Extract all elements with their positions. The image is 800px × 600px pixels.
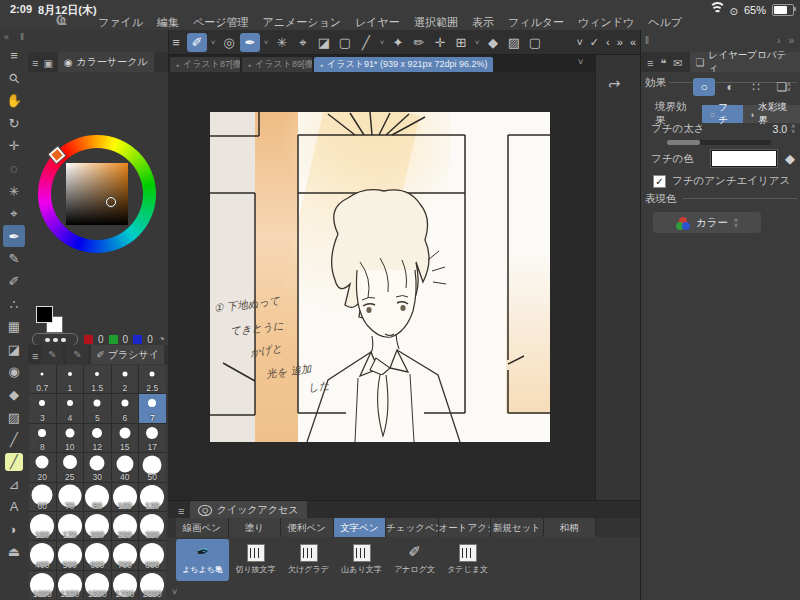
set-tab[interactable]: チェックペン — [386, 518, 439, 537]
tab-layer-property[interactable]: レイヤープロパティ — [690, 52, 800, 72]
brush-size-cell[interactable]: 250 — [112, 512, 139, 540]
color-wheel[interactable] — [38, 135, 156, 253]
brush-size-cell[interactable]: 0.7 — [29, 365, 56, 393]
frame-tool[interactable]: ⏏ — [3, 540, 25, 563]
collapse-arrows[interactable]: « — [630, 36, 636, 48]
selection-tool[interactable]: ▢ — [335, 33, 355, 52]
brush-size-cell[interactable]: 300 — [139, 512, 166, 540]
brush-size-cell[interactable]: 60 — [29, 483, 56, 511]
saturation-value-box[interactable] — [66, 163, 128, 225]
subtool-yochiyochi-kame[interactable]: よちよち亀 — [176, 539, 229, 581]
brush-size-cell[interactable]: 12 — [84, 424, 111, 452]
menu-item[interactable]: レイヤー — [355, 15, 400, 30]
brush-size-cell[interactable]: 1700 — [112, 571, 139, 599]
canvas-artwork[interactable]: ① 下地ぬっててきとうにかげと光を 追加した — [210, 112, 550, 442]
brush-size-cell[interactable]: 70 — [57, 483, 84, 511]
antialias-checkbox[interactable]: ✓ — [653, 175, 666, 188]
brush-size-cell[interactable]: 4 — [57, 394, 84, 422]
gesture-guide-icon[interactable] — [608, 75, 621, 93]
decoration-tool[interactable]: ▦ — [3, 315, 25, 338]
brush-size-cell[interactable]: 80 — [84, 483, 111, 511]
border-color-swatch[interactable] — [711, 150, 777, 167]
gradient-tool[interactable]: ▨ — [3, 406, 25, 429]
panel-menu-icon[interactable] — [32, 53, 38, 71]
pen-tool[interactable]: ✒ — [3, 225, 25, 248]
brush-size-cell[interactable]: 7 — [139, 394, 166, 422]
set-tab[interactable]: 和柄 — [544, 518, 597, 537]
brush-size-cell[interactable]: 400 — [29, 541, 56, 569]
line-tool-chevron[interactable]: ˅ — [377, 33, 387, 52]
subtool-yamaari-moji[interactable]: 山あり文字 — [335, 539, 388, 581]
border-button[interactable]: フチ — [702, 105, 743, 123]
document-tab[interactable]: イラスト89[復 — [242, 57, 312, 72]
move-layer-tool[interactable]: ✛ — [3, 134, 25, 157]
mail-icon[interactable] — [673, 53, 682, 71]
brush-size-cell[interactable]: 500 — [57, 541, 84, 569]
menu-item[interactable]: 編集 — [157, 15, 179, 30]
menu-item[interactable]: 表示 — [472, 15, 494, 30]
brush-size-cell[interactable]: 40 — [112, 453, 139, 481]
brush-size-cell[interactable]: 50 — [139, 453, 166, 481]
brush-size-cell[interactable]: 6 — [112, 394, 139, 422]
figure-tool[interactable]: ╱ — [5, 453, 23, 471]
foreground-color-swatch[interactable] — [36, 306, 53, 323]
brush-size-cell[interactable]: 2.5 — [139, 365, 166, 393]
pencil-tool[interactable]: ✎ — [3, 247, 25, 270]
set-tab[interactable]: 文字ペン — [334, 518, 387, 537]
brush-size-cell[interactable]: 15 — [112, 424, 139, 452]
airbrush-tool[interactable]: ∴ — [3, 293, 25, 316]
lasso-tool[interactable]: ◌ — [3, 157, 25, 180]
brush-size-cell[interactable]: 30 — [84, 453, 111, 481]
panel-menu-icon[interactable] — [178, 501, 184, 519]
tab-color-circle[interactable]: カラーサークル — [58, 52, 154, 72]
rotate-canvas-tool[interactable]: ↻ — [3, 112, 25, 135]
eraser-tool[interactable]: ◪ — [3, 338, 25, 361]
panel-menu-icon[interactable] — [32, 346, 38, 364]
spark-pen-tool[interactable]: ✳ — [272, 33, 292, 52]
object-tool[interactable]: ✐ — [187, 33, 207, 52]
paint-bucket-icon[interactable] — [785, 151, 795, 166]
panel-grip-icon[interactable]: ‖ — [645, 35, 649, 46]
clip-studio-logo-icon[interactable]: Ҩ — [56, 11, 67, 28]
menu-item[interactable]: 選択範囲 — [414, 15, 458, 30]
subtool-kake-gradient[interactable]: 欠けグラデ — [282, 539, 335, 581]
pen-tool[interactable]: ✒ — [240, 33, 260, 52]
menu-item[interactable]: アニメーション — [263, 15, 342, 30]
panel-menu-icon[interactable] — [647, 53, 653, 71]
thickness-value[interactable]: 3.0 — [773, 123, 788, 135]
document-tab[interactable]: イラスト87[復 — [170, 57, 240, 72]
eyedropper-tool[interactable]: ⌖ — [293, 33, 313, 52]
brush-tool[interactable]: ✐ — [3, 270, 25, 293]
menu-item[interactable]: ウィンドウ — [578, 15, 634, 30]
expand-chevron[interactable]: ˅ — [576, 36, 582, 48]
effect-stepper[interactable]: ˄˅ — [787, 82, 791, 92]
panel-expand-arrows[interactable]: » — [788, 35, 794, 46]
polyline-tool[interactable]: ⊿ — [3, 473, 25, 496]
bucket-tool[interactable]: ◆ — [483, 33, 503, 52]
brush-size-cell[interactable]: 800 — [139, 541, 166, 569]
document-tab[interactable]: イラスト91* (939 x 921px 72dpi 96.2%) — [314, 57, 493, 72]
gradient-tool[interactable]: ▨ — [504, 33, 524, 52]
thickness-stepper[interactable]: ˄˅ — [791, 124, 795, 134]
eyedropper-tool[interactable]: ⌖ — [3, 202, 25, 225]
extract-line-icon[interactable]: ∷ — [745, 78, 767, 96]
menu-item[interactable]: ヘルプ — [648, 15, 682, 30]
brush-size-cell[interactable]: 1000 — [29, 571, 56, 599]
brush-size-cell[interactable]: 1500 — [84, 571, 111, 599]
select-rect-tool[interactable]: ▢ — [525, 33, 545, 52]
main-menu-icon[interactable]: ≡ — [166, 33, 186, 52]
subtool-analog-moji[interactable]: アナログ文 — [388, 539, 441, 581]
set-tab[interactable]: 便利ペン — [281, 518, 334, 537]
brush-size-cell[interactable]: 1.5 — [84, 365, 111, 393]
collapse-panel-icon[interactable]: « — [4, 32, 9, 42]
subtool-kirinuki-moji[interactable]: 切り抜文字 — [229, 539, 282, 581]
menu-item[interactable]: ページ管理 — [193, 15, 249, 30]
thickness-slider[interactable] — [667, 140, 771, 145]
expression-color-dropdown[interactable]: カラー ˄˅ — [653, 212, 761, 233]
brush-size-cell[interactable]: 100 — [112, 483, 139, 511]
brush-size-cell[interactable]: 170 — [57, 512, 84, 540]
brush-size-cell[interactable]: 2 — [112, 365, 139, 393]
tab-brush-size[interactable]: ブラシサイ — [91, 345, 164, 364]
back-chevron[interactable]: ‹ — [606, 36, 610, 48]
line-tool[interactable]: ╱ — [356, 33, 376, 52]
